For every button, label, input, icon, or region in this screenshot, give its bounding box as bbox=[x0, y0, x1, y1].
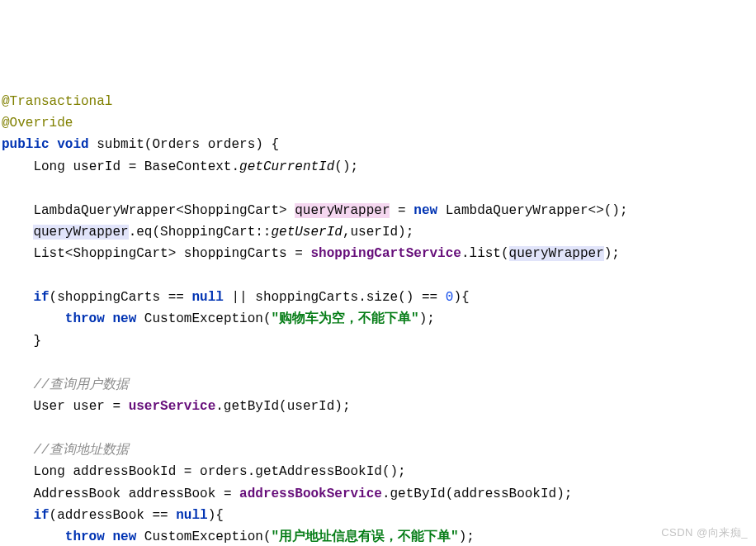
str-addr-error: "用户地址信息有误，不能下单" bbox=[272, 529, 459, 544]
kw-public: public bbox=[2, 137, 50, 152]
var-querywrapper-use: queryWrapper bbox=[33, 225, 128, 240]
field-addressbookservice: addressBookService bbox=[239, 487, 382, 501]
annotation-override: @Override bbox=[2, 116, 73, 131]
var-querywrapper-decl: queryWrapper bbox=[295, 203, 390, 218]
getCurrentId-call: getCurrentId bbox=[239, 159, 334, 174]
method-submit: submit bbox=[97, 137, 144, 152]
field-userservice: userService bbox=[129, 399, 216, 414]
comment-user: //查询用户数据 bbox=[33, 377, 128, 392]
field-shoppingcartservice: shoppingCartService bbox=[310, 246, 461, 261]
type-long: Long bbox=[33, 159, 64, 174]
str-cart-error: "购物车为空，不能下单" bbox=[272, 311, 419, 326]
watermark: CSDN @向来痴_ bbox=[661, 524, 748, 541]
comment-addr: //查询地址数据 bbox=[33, 443, 128, 458]
kw-void: void bbox=[57, 137, 88, 152]
var-querywrapper-use2: queryWrapper bbox=[509, 246, 604, 261]
code-block: @Transactional @Override public void sub… bbox=[0, 88, 756, 546]
annotation-transactional: @Transactional bbox=[2, 94, 112, 109]
params: (Orders orders) bbox=[144, 137, 263, 152]
